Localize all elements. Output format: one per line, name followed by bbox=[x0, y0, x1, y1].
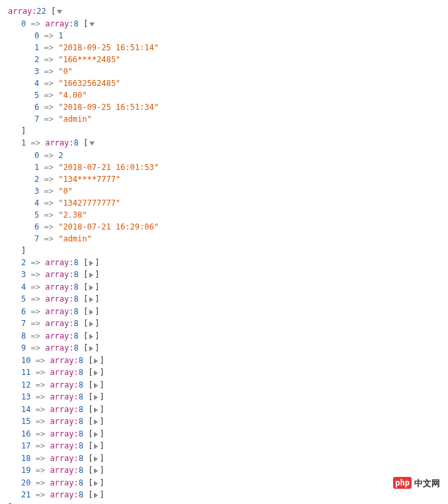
array-row: 20 => array:8 [] bbox=[8, 477, 440, 489]
chevron-right-icon[interactable] bbox=[94, 419, 98, 425]
array-row: 7 => array:8 [] bbox=[8, 317, 440, 330]
root-size: 22 bbox=[36, 7, 46, 16]
array-item: 7 => "admin" bbox=[8, 233, 440, 245]
chevron-right-icon[interactable] bbox=[89, 334, 93, 339]
array-item: 3 => "0" bbox=[8, 185, 440, 197]
array-item: 5 => "4.00" bbox=[8, 89, 440, 101]
chevron-right-icon[interactable] bbox=[89, 261, 93, 266]
array-item: 1 => "2018-09-25 16:51:14" bbox=[8, 42, 440, 54]
chevron-right-icon[interactable] bbox=[89, 346, 93, 351]
array-row: 12 => array:8 [] bbox=[8, 379, 440, 392]
array-row: 14 => array:8 [] bbox=[8, 403, 440, 416]
array-row: 17 => array:8 [] bbox=[8, 440, 440, 452]
chevron-right-icon[interactable] bbox=[94, 468, 98, 474]
array-row: 8 => array:8 [] bbox=[8, 330, 440, 343]
array-row: 2 => array:8 [] bbox=[8, 257, 440, 269]
chevron-right-icon[interactable] bbox=[89, 273, 93, 278]
chevron-down-icon[interactable] bbox=[57, 10, 62, 14]
chevron-right-icon[interactable] bbox=[94, 370, 98, 376]
chevron-right-icon[interactable] bbox=[94, 358, 98, 364]
array-row: 9 => array:8 [] bbox=[8, 342, 440, 355]
array-row: 0 => array:8 [ bbox=[8, 18, 440, 30]
chevron-right-icon[interactable] bbox=[94, 444, 98, 449]
chevron-down-icon[interactable] bbox=[89, 142, 95, 146]
array-row: 21 => array:8 [] bbox=[8, 489, 440, 501]
chevron-right-icon[interactable] bbox=[94, 456, 98, 462]
array-close: ] bbox=[8, 245, 440, 257]
array-row: 3 => array:8 [] bbox=[8, 269, 440, 281]
array-row: 19 => array:8 [] bbox=[8, 464, 440, 477]
array-item: 0 => 2 bbox=[8, 149, 440, 161]
root-line: array:22 [ bbox=[8, 5, 440, 18]
watermark: php中文网 bbox=[393, 477, 440, 490]
root-label: array bbox=[8, 7, 32, 16]
array-row: 6 => array:8 [] bbox=[8, 306, 440, 318]
chevron-right-icon[interactable] bbox=[94, 383, 98, 388]
chevron-down-icon[interactable] bbox=[89, 22, 95, 26]
chevron-right-icon[interactable] bbox=[94, 407, 98, 413]
chevron-right-icon[interactable] bbox=[89, 285, 93, 290]
dump-output: array:22 [ 0 => array:8 [0 => 11 => "201… bbox=[8, 5, 440, 504]
chevron-right-icon[interactable] bbox=[94, 481, 98, 486]
array-row: 5 => array:8 [] bbox=[8, 293, 440, 306]
chevron-right-icon[interactable] bbox=[94, 493, 98, 498]
array-item: 1 => "2018-07-21 16:01:53" bbox=[8, 161, 440, 173]
array-item: 3 => "0" bbox=[8, 65, 440, 77]
chevron-right-icon[interactable] bbox=[94, 432, 98, 437]
array-item: 2 => "166****2485" bbox=[8, 54, 440, 65]
root-close: ] bbox=[8, 501, 440, 505]
array-row: 1 => array:8 [ bbox=[8, 137, 440, 149]
array-item: 2 => "134****7777" bbox=[8, 173, 440, 185]
array-row: 18 => array:8 [] bbox=[8, 452, 440, 465]
array-item: 6 => "2018-09-25 16:51:34" bbox=[8, 101, 440, 113]
array-item: 0 => 1 bbox=[8, 30, 440, 42]
array-row: 15 => array:8 [] bbox=[8, 415, 440, 428]
array-row: 10 => array:8 [] bbox=[8, 355, 440, 367]
array-item: 4 => "16632562485" bbox=[8, 77, 440, 89]
array-row: 11 => array:8 [] bbox=[8, 366, 440, 379]
array-item: 5 => "2.38" bbox=[8, 209, 440, 221]
chevron-right-icon[interactable] bbox=[89, 297, 93, 302]
array-row: 16 => array:8 [] bbox=[8, 428, 440, 441]
array-item: 7 => "admin" bbox=[8, 113, 440, 125]
chevron-right-icon[interactable] bbox=[89, 321, 93, 327]
chevron-right-icon[interactable] bbox=[89, 310, 93, 315]
array-row: 13 => array:8 [] bbox=[8, 391, 440, 403]
array-row: 4 => array:8 [] bbox=[8, 281, 440, 294]
array-item: 4 => "13427777777" bbox=[8, 197, 440, 209]
array-close: ] bbox=[8, 125, 440, 137]
array-item: 6 => "2018-07-21 16:29:06" bbox=[8, 221, 440, 233]
chevron-right-icon[interactable] bbox=[94, 395, 98, 400]
